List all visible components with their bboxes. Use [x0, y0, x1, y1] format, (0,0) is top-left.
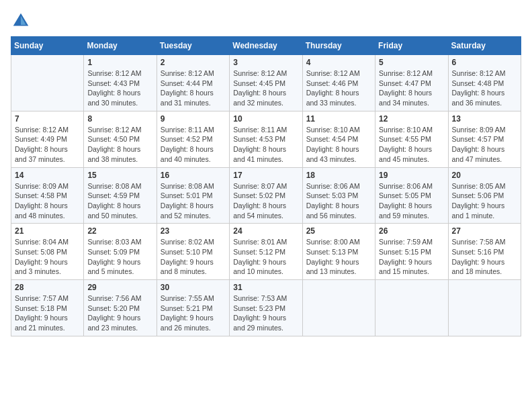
col-header-tuesday: Tuesday — [157, 37, 229, 55]
day-info: Sunrise: 8:12 AM Sunset: 4:49 PM Dayligh… — [15, 125, 80, 165]
day-info: Sunrise: 7:56 AM Sunset: 5:20 PM Dayligh… — [87, 293, 152, 333]
day-info: Sunrise: 8:12 AM Sunset: 4:45 PM Dayligh… — [233, 68, 298, 108]
calendar-cell: 30Sunrise: 7:55 AM Sunset: 5:21 PM Dayli… — [157, 280, 229, 336]
day-number: 24 — [233, 226, 298, 236]
day-info: Sunrise: 8:12 AM Sunset: 4:50 PM Dayligh… — [87, 125, 152, 165]
calendar-cell: 17Sunrise: 8:07 AM Sunset: 5:02 PM Dayli… — [230, 167, 302, 224]
day-info: Sunrise: 8:12 AM Sunset: 4:47 PM Dayligh… — [379, 68, 444, 108]
calendar-cell: 7Sunrise: 8:12 AM Sunset: 4:49 PM Daylig… — [11, 111, 84, 167]
calendar-cell: 14Sunrise: 8:09 AM Sunset: 4:58 PM Dayli… — [11, 167, 84, 224]
day-number: 11 — [306, 114, 371, 124]
calendar-cell — [375, 280, 448, 336]
calendar-cell — [302, 280, 375, 336]
day-info: Sunrise: 8:06 AM Sunset: 5:05 PM Dayligh… — [379, 181, 444, 221]
calendar-cell: 29Sunrise: 7:56 AM Sunset: 5:20 PM Dayli… — [84, 280, 157, 336]
col-header-wednesday: Wednesday — [230, 37, 302, 55]
day-number: 25 — [306, 226, 371, 236]
day-number: 14 — [15, 171, 80, 180]
calendar-cell: 23Sunrise: 8:02 AM Sunset: 5:10 PM Dayli… — [157, 224, 229, 280]
day-number: 13 — [452, 114, 517, 124]
day-info: Sunrise: 8:03 AM Sunset: 5:09 PM Dayligh… — [87, 237, 152, 277]
calendar-cell: 25Sunrise: 8:00 AM Sunset: 5:13 PM Dayli… — [302, 224, 375, 280]
day-number: 8 — [87, 114, 152, 124]
calendar-cell: 20Sunrise: 8:05 AM Sunset: 5:06 PM Dayli… — [448, 167, 521, 224]
day-number: 27 — [452, 226, 517, 236]
calendar-cell: 27Sunrise: 7:58 AM Sunset: 5:16 PM Dayli… — [448, 224, 521, 280]
day-number: 17 — [233, 171, 298, 180]
calendar-cell: 5Sunrise: 8:12 AM Sunset: 4:47 PM Daylig… — [375, 55, 448, 111]
page-header — [11, 11, 521, 31]
calendar-cell: 22Sunrise: 8:03 AM Sunset: 5:09 PM Dayli… — [84, 224, 157, 280]
day-info: Sunrise: 8:09 AM Sunset: 4:57 PM Dayligh… — [452, 125, 517, 165]
day-number: 6 — [452, 58, 517, 67]
calendar-cell: 28Sunrise: 7:57 AM Sunset: 5:18 PM Dayli… — [11, 280, 84, 336]
day-number: 5 — [379, 58, 444, 67]
day-info: Sunrise: 8:04 AM Sunset: 5:08 PM Dayligh… — [15, 237, 80, 277]
calendar-cell: 26Sunrise: 7:59 AM Sunset: 5:15 PM Dayli… — [375, 224, 448, 280]
day-info: Sunrise: 7:57 AM Sunset: 5:18 PM Dayligh… — [15, 293, 80, 333]
day-number: 15 — [87, 171, 152, 180]
calendar-cell: 21Sunrise: 8:04 AM Sunset: 5:08 PM Dayli… — [11, 224, 84, 280]
day-info: Sunrise: 8:01 AM Sunset: 5:12 PM Dayligh… — [233, 237, 298, 277]
day-number: 18 — [306, 171, 371, 180]
day-info: Sunrise: 8:07 AM Sunset: 5:02 PM Dayligh… — [233, 181, 298, 221]
calendar-cell: 11Sunrise: 8:10 AM Sunset: 4:54 PM Dayli… — [302, 111, 375, 167]
calendar-cell — [11, 55, 84, 111]
day-number: 3 — [233, 58, 298, 67]
calendar-cell: 31Sunrise: 7:53 AM Sunset: 5:23 PM Dayli… — [230, 280, 302, 336]
col-header-thursday: Thursday — [302, 37, 375, 55]
col-header-sunday: Sunday — [11, 37, 84, 55]
day-info: Sunrise: 7:53 AM Sunset: 5:23 PM Dayligh… — [233, 293, 298, 333]
calendar-week-row: 21Sunrise: 8:04 AM Sunset: 5:08 PM Dayli… — [11, 224, 521, 280]
day-number: 1 — [87, 58, 152, 67]
calendar-cell: 3Sunrise: 8:12 AM Sunset: 4:45 PM Daylig… — [230, 55, 302, 111]
day-info: Sunrise: 7:59 AM Sunset: 5:15 PM Dayligh… — [379, 237, 444, 277]
day-info: Sunrise: 8:12 AM Sunset: 4:43 PM Dayligh… — [87, 68, 152, 108]
day-number: 20 — [452, 171, 517, 180]
calendar-cell: 12Sunrise: 8:10 AM Sunset: 4:55 PM Dayli… — [375, 111, 448, 167]
calendar-week-row: 7Sunrise: 8:12 AM Sunset: 4:49 PM Daylig… — [11, 111, 521, 167]
day-number: 31 — [233, 283, 298, 292]
day-number: 16 — [161, 171, 226, 180]
day-number: 19 — [379, 171, 444, 180]
day-number: 30 — [161, 283, 226, 292]
day-info: Sunrise: 7:58 AM Sunset: 5:16 PM Dayligh… — [452, 237, 517, 277]
day-info: Sunrise: 8:11 AM Sunset: 4:53 PM Dayligh… — [233, 125, 298, 165]
col-header-saturday: Saturday — [448, 37, 521, 55]
day-number: 26 — [379, 226, 444, 236]
day-number: 29 — [87, 283, 152, 292]
day-number: 2 — [161, 58, 226, 67]
calendar-week-row: 1Sunrise: 8:12 AM Sunset: 4:43 PM Daylig… — [11, 55, 521, 111]
day-info: Sunrise: 8:06 AM Sunset: 5:03 PM Dayligh… — [306, 181, 371, 221]
calendar-cell: 15Sunrise: 8:08 AM Sunset: 4:59 PM Dayli… — [84, 167, 157, 224]
day-info: Sunrise: 8:02 AM Sunset: 5:10 PM Dayligh… — [161, 237, 226, 277]
calendar-cell: 6Sunrise: 8:12 AM Sunset: 4:48 PM Daylig… — [448, 55, 521, 111]
day-number: 21 — [15, 226, 80, 236]
calendar-cell: 9Sunrise: 8:11 AM Sunset: 4:52 PM Daylig… — [157, 111, 229, 167]
calendar-cell: 24Sunrise: 8:01 AM Sunset: 5:12 PM Dayli… — [230, 224, 302, 280]
calendar-header-row: SundayMondayTuesdayWednesdayThursdayFrid… — [11, 37, 521, 55]
day-info: Sunrise: 8:12 AM Sunset: 4:44 PM Dayligh… — [161, 68, 226, 108]
day-info: Sunrise: 8:10 AM Sunset: 4:54 PM Dayligh… — [306, 125, 371, 165]
day-number: 7 — [15, 114, 80, 124]
day-info: Sunrise: 8:00 AM Sunset: 5:13 PM Dayligh… — [306, 237, 371, 277]
day-number: 10 — [233, 114, 298, 124]
calendar-cell — [448, 280, 521, 336]
day-number: 28 — [15, 283, 80, 292]
calendar-cell: 19Sunrise: 8:06 AM Sunset: 5:05 PM Dayli… — [375, 167, 448, 224]
day-number: 4 — [306, 58, 371, 67]
calendar-cell: 10Sunrise: 8:11 AM Sunset: 4:53 PM Dayli… — [230, 111, 302, 167]
day-info: Sunrise: 8:08 AM Sunset: 4:59 PM Dayligh… — [87, 181, 152, 221]
calendar-cell: 8Sunrise: 8:12 AM Sunset: 4:50 PM Daylig… — [84, 111, 157, 167]
col-header-monday: Monday — [84, 37, 157, 55]
calendar-cell: 16Sunrise: 8:08 AM Sunset: 5:01 PM Dayli… — [157, 167, 229, 224]
day-info: Sunrise: 8:12 AM Sunset: 4:48 PM Dayligh… — [452, 68, 517, 108]
day-number: 22 — [87, 226, 152, 236]
calendar-cell: 2Sunrise: 8:12 AM Sunset: 4:44 PM Daylig… — [157, 55, 229, 111]
day-info: Sunrise: 8:12 AM Sunset: 4:46 PM Dayligh… — [306, 68, 371, 108]
day-number: 9 — [161, 114, 226, 124]
day-info: Sunrise: 8:11 AM Sunset: 4:52 PM Dayligh… — [161, 125, 226, 165]
day-info: Sunrise: 8:08 AM Sunset: 5:01 PM Dayligh… — [161, 181, 226, 221]
col-header-friday: Friday — [375, 37, 448, 55]
day-number: 23 — [161, 226, 226, 236]
